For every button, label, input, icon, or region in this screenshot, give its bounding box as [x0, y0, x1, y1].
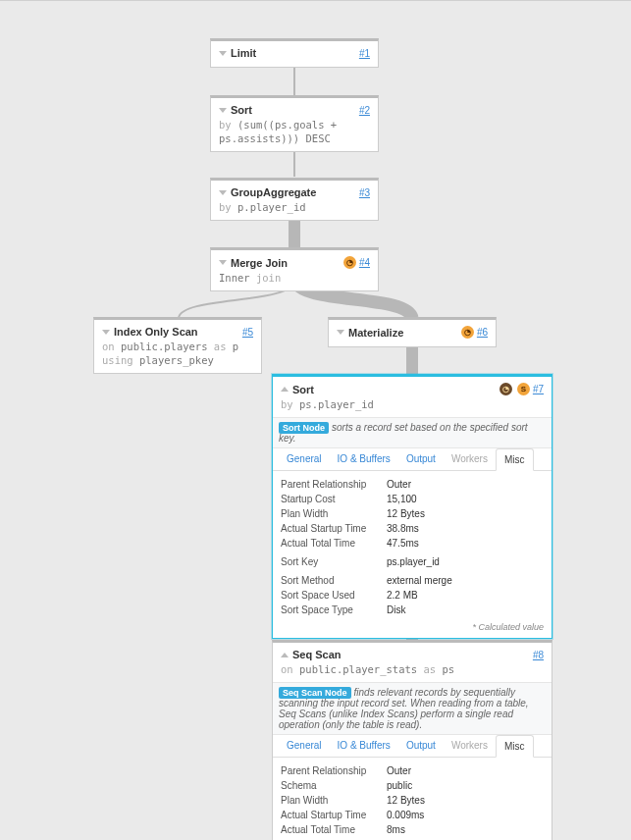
- node-link[interactable]: #2: [359, 105, 370, 116]
- node-link[interactable]: #5: [242, 327, 253, 338]
- detail-row: Parent RelationshipOuter: [281, 477, 544, 492]
- node-link[interactable]: #1: [359, 48, 370, 59]
- tab-workers: Workers: [444, 448, 496, 470]
- tab-io[interactable]: IO & Buffers: [330, 448, 398, 470]
- chevron-up-icon[interactable]: [281, 653, 289, 657]
- node-subtitle: by p.player_id: [219, 200, 370, 214]
- node-description: Sort Nodesorts a record set based on the…: [273, 417, 552, 448]
- tab-workers: Workers: [444, 735, 496, 757]
- detail-row: Sort Space TypeDisk: [281, 603, 544, 617]
- detail-rows: Parent RelationshipOuter Schemapublic Pl…: [281, 758, 544, 839]
- chevron-down-icon[interactable]: [219, 108, 227, 113]
- detail-row: Schemapublic: [281, 778, 544, 793]
- detail-row: Actual Startup Time38.8ms: [281, 521, 544, 536]
- node-link[interactable]: #3: [359, 187, 370, 198]
- cost-badge-icon: ◔: [500, 383, 512, 395]
- calculated-note: * Calculated value: [281, 619, 544, 632]
- node-subtitle: on public.player_stats as ps: [281, 662, 544, 676]
- node-subtitle: Inner join: [219, 271, 370, 285]
- tab-io[interactable]: IO & Buffers: [330, 735, 398, 757]
- detail-row: Plan Width12 Bytes: [281, 506, 544, 521]
- tab-output[interactable]: Output: [398, 735, 444, 757]
- node-subtitle: by ps.player_id: [281, 397, 544, 411]
- plan-node-mergejoin[interactable]: Merge Join ◔ #4 Inner join: [210, 247, 379, 291]
- detail-row: Sort Key ps.player_id: [281, 554, 544, 569]
- detail-row: Parent RelationshipOuter: [281, 763, 544, 778]
- slow-badge-icon: S: [517, 383, 530, 395]
- plan-node-sort-expanded[interactable]: Sort ◔ S #7 by ps.player_id Sort Nodesor…: [272, 374, 552, 639]
- node-title: Merge Join: [231, 257, 288, 269]
- chevron-down-icon[interactable]: [219, 190, 227, 195]
- plan-node-materialize[interactable]: Materialize ◔ #6: [328, 317, 497, 347]
- node-subtitle: by (sum((ps.goals + ps.assists))) DESC: [219, 118, 370, 145]
- node-link[interactable]: #6: [477, 327, 488, 338]
- plan-node-seqscan-expanded[interactable]: Seq Scan #8 on public.player_stats as ps…: [272, 640, 552, 840]
- tab-output[interactable]: Output: [398, 448, 444, 470]
- detail-tabs: General IO & Buffers Output Workers Misc: [273, 735, 552, 758]
- detail-rows: Parent RelationshipOuter Startup Cost15,…: [281, 471, 544, 619]
- detail-row: Actual Total Time8ms: [281, 822, 544, 837]
- node-title: Seq Scan: [292, 649, 342, 660]
- node-subtitle: on public.players as p using players_pke…: [102, 340, 253, 367]
- node-title: Sort: [292, 384, 314, 395]
- node-title: GroupAggregate: [231, 186, 316, 198]
- detail-row: Sort Space Used2.2 MB: [281, 588, 544, 603]
- detail-tabs: General IO & Buffers Output Workers Misc: [273, 448, 552, 471]
- tab-misc[interactable]: Misc: [496, 448, 534, 471]
- node-title: Index Only Scan: [114, 326, 198, 338]
- plan-node-sort[interactable]: Sort #2 by (sum((ps.goals + ps.assists))…: [210, 95, 379, 152]
- node-link[interactable]: #7: [533, 384, 544, 394]
- detail-row: Startup Cost15,100: [281, 492, 544, 506]
- node-title: Limit: [231, 47, 256, 59]
- tab-general[interactable]: General: [279, 735, 330, 757]
- detail-row: Actual Startup Time0.009ms: [281, 808, 544, 822]
- cost-badge-icon: ◔: [461, 326, 474, 339]
- tab-misc[interactable]: Misc: [496, 735, 534, 758]
- plan-node-limit[interactable]: Limit #1: [210, 38, 379, 68]
- detail-row: Plan Width12 Bytes: [281, 793, 544, 808]
- plan-node-groupaggregate[interactable]: GroupAggregate #3 by p.player_id: [210, 178, 379, 221]
- detail-row: Sort Methodexternal merge: [281, 573, 544, 588]
- chevron-down-icon[interactable]: [337, 330, 344, 335]
- node-link[interactable]: #8: [533, 650, 544, 660]
- chevron-down-icon[interactable]: [219, 260, 227, 265]
- tab-general[interactable]: General: [279, 448, 330, 470]
- node-description: Seq Scan Nodefinds relevant records by s…: [273, 682, 552, 735]
- cost-badge-icon: ◔: [343, 256, 356, 269]
- node-link[interactable]: #4: [359, 257, 370, 268]
- plan-node-indexonlyscan[interactable]: Index Only Scan #5 on public.players as …: [93, 317, 262, 374]
- node-title: Sort: [231, 104, 252, 116]
- chevron-down-icon[interactable]: [219, 51, 227, 56]
- chevron-down-icon[interactable]: [102, 330, 110, 335]
- detail-row: Actual Total Time47.5ms: [281, 536, 544, 551]
- node-title: Materialize: [348, 327, 403, 339]
- chevron-up-icon[interactable]: [281, 387, 289, 392]
